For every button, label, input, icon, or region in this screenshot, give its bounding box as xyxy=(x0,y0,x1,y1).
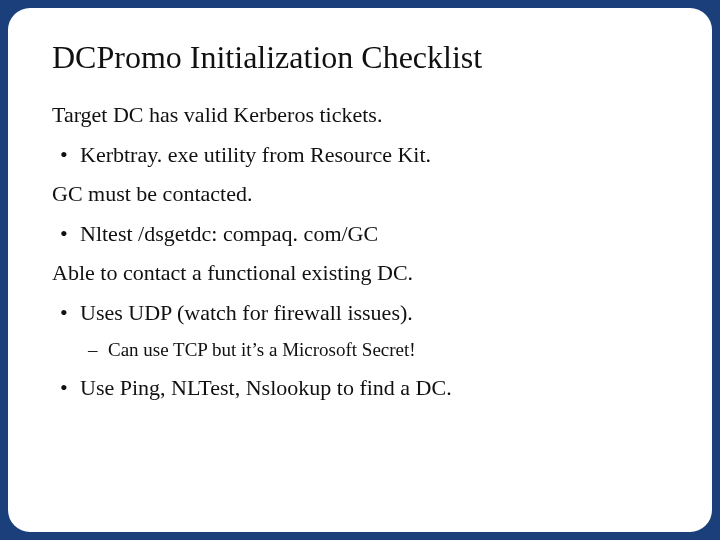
body-line: Target DC has valid Kerberos tickets. xyxy=(52,101,668,129)
slide-title: DCPromo Initialization Checklist xyxy=(52,40,668,75)
sub-bullet-item: Can use TCP but it’s a Microsoft Secret! xyxy=(52,338,668,362)
bullet-item: Nltest /dsgetdc: compaq. com/GC xyxy=(52,220,668,248)
body-line: Able to contact a functional existing DC… xyxy=(52,259,668,287)
bullet-item: Uses UDP (watch for firewall issues). xyxy=(52,299,668,327)
bullet-item: Kerbtray. exe utility from Resource Kit. xyxy=(52,141,668,169)
body-line: GC must be contacted. xyxy=(52,180,668,208)
slide: DCPromo Initialization Checklist Target … xyxy=(8,8,712,532)
bullet-item: Use Ping, NLTest, Nslookup to find a DC. xyxy=(52,374,668,402)
